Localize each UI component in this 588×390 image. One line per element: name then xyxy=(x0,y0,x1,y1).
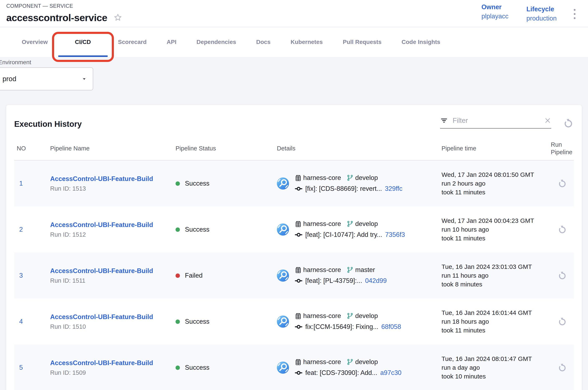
run-number-link[interactable]: 3 xyxy=(14,272,50,279)
run-number-link[interactable]: 2 xyxy=(14,226,50,233)
pipeline-name-link[interactable]: AccessControl-UBI-Feature-Build xyxy=(50,267,153,275)
col-run-pipeline: Run Pipeline xyxy=(551,141,574,156)
harness-ci-module-icon xyxy=(277,269,289,282)
environment-selected-value: prod xyxy=(2,75,16,83)
time-took: took 11 minutes xyxy=(441,234,551,243)
pipeline-time: Wed, 17 Jan 2024 08:01:50 GMT run 2 hour… xyxy=(441,170,551,197)
execution-history-title: Execution History xyxy=(14,120,82,129)
branch-name: master xyxy=(355,266,375,274)
tab-docs[interactable]: Docs xyxy=(246,27,280,57)
col-details: Details xyxy=(277,145,441,152)
pipeline-name-link[interactable]: AccessControl-UBI-Feature-Build xyxy=(50,313,153,321)
more-options-kebab-icon[interactable] xyxy=(570,7,579,21)
git-branch-icon xyxy=(347,266,353,273)
time-ago: run 18 hours ago xyxy=(441,317,551,326)
pipeline-time: Wed, 17 Jan 2024 00:04:23 GMT run 10 hou… xyxy=(441,216,551,243)
tab-pull-requests[interactable]: Pull Requests xyxy=(333,27,392,57)
owner-label: Owner xyxy=(481,3,509,11)
git-commit-icon xyxy=(294,323,303,331)
time-ago: run 10 hours ago xyxy=(441,225,551,234)
page-title: accesscontrol-service xyxy=(6,12,107,23)
run-number-link[interactable]: 4 xyxy=(14,318,50,325)
time-ago: run a day ago xyxy=(441,363,551,372)
pipeline-name-link[interactable]: AccessControl-UBI-Feature-Build xyxy=(50,175,153,183)
commit-message: [fix]: [CDS-88669]: revert... xyxy=(305,185,382,193)
col-pipeline-status: Pipeline Status xyxy=(176,145,277,152)
execution-history-card: Execution History NO Pipeline xyxy=(6,105,582,390)
tab-overview[interactable]: Overview xyxy=(12,27,58,57)
commit-message: feat: [CDS-73090]: Add... xyxy=(305,369,377,377)
commit-sha-link[interactable]: a97c30 xyxy=(380,369,402,377)
chevron-down-icon xyxy=(81,76,87,82)
run-id: Run ID: 1511 xyxy=(50,277,176,284)
run-pipeline-icon[interactable] xyxy=(557,317,567,326)
branch-name: develop xyxy=(355,220,378,228)
owner-link[interactable]: plplayacc xyxy=(481,12,509,20)
pipeline-time: Tue, 16 Jan 2024 23:01:03 GMT run 11 hou… xyxy=(441,262,551,289)
table-row: 2 AccessControl-UBI-Feature-Build Run ID… xyxy=(14,206,574,252)
time-took: took 10 minutes xyxy=(441,372,551,381)
filter-input[interactable] xyxy=(452,116,540,125)
environment-select[interactable]: prod xyxy=(0,67,93,90)
status-dot xyxy=(176,366,180,370)
harness-ci-module-icon xyxy=(277,362,289,374)
tab-kubernetes[interactable]: Kubernetes xyxy=(281,27,333,57)
commit-sha-link[interactable]: 68f058 xyxy=(381,323,401,331)
refresh-history-icon[interactable] xyxy=(563,118,574,129)
branch-name: develop xyxy=(355,358,378,366)
commit-sha-link[interactable]: 042d99 xyxy=(365,277,387,285)
repository-icon xyxy=(294,266,302,274)
filter-clear-icon[interactable] xyxy=(544,117,551,124)
status-text: Success xyxy=(185,318,209,325)
repository-icon xyxy=(294,174,302,182)
status-text: Success xyxy=(185,180,209,187)
run-number-link[interactable]: 1 xyxy=(14,180,50,187)
git-branch-icon xyxy=(347,174,353,181)
tab-cicd[interactable]: CI/CD xyxy=(58,27,108,57)
time-date: Tue, 16 Jan 2024 08:01:47 GMT xyxy=(441,354,551,363)
git-branch-icon xyxy=(347,220,353,227)
repository-icon xyxy=(294,220,302,228)
active-tab-underline xyxy=(58,55,108,57)
table-row: 3 AccessControl-UBI-Feature-Build Run ID… xyxy=(14,252,574,298)
col-pipeline-time: Pipeline time xyxy=(441,145,551,152)
run-pipeline-icon[interactable] xyxy=(557,179,567,188)
pipeline-name-link[interactable]: AccessControl-UBI-Feature-Build xyxy=(50,221,153,229)
status-text: Success xyxy=(185,226,209,233)
time-took: took 11 minutes xyxy=(441,326,551,335)
lifecycle-value: production xyxy=(526,15,557,22)
run-id: Run ID: 1510 xyxy=(50,323,176,330)
environment-label: Environment xyxy=(0,59,588,66)
time-took: took 8 minutes xyxy=(441,280,551,289)
commit-sha-link[interactable]: 329ffc xyxy=(385,185,402,193)
branch-name: develop xyxy=(355,312,378,320)
run-pipeline-icon[interactable] xyxy=(557,225,567,234)
git-branch-icon xyxy=(347,312,353,320)
col-pipeline-name: Pipeline Name xyxy=(50,145,176,152)
git-branch-icon xyxy=(347,358,353,366)
repo-name: harness-core xyxy=(303,312,341,320)
run-id: Run ID: 1512 xyxy=(50,231,176,238)
favorite-star-icon[interactable] xyxy=(113,13,123,23)
table-header-row: NO Pipeline Name Pipeline Status Details… xyxy=(14,136,574,160)
run-number-link[interactable]: 5 xyxy=(14,364,50,371)
pipeline-time: Tue, 16 Jan 2024 16:01:44 GMT run 18 hou… xyxy=(441,308,551,335)
git-commit-icon xyxy=(294,185,303,193)
repository-icon xyxy=(294,312,302,320)
harness-ci-module-icon xyxy=(277,223,289,236)
commit-sha-link[interactable]: 7356f3 xyxy=(385,231,405,239)
time-ago: run 11 hours ago xyxy=(441,271,551,280)
status-dot xyxy=(176,273,180,278)
time-date: Wed, 17 Jan 2024 08:01:50 GMT xyxy=(441,170,551,179)
tab-dependencies[interactable]: Dependencies xyxy=(186,27,246,57)
pipeline-time: Tue, 16 Jan 2024 08:01:47 GMT run a day … xyxy=(441,354,551,381)
tab-scorecard[interactable]: Scorecard xyxy=(108,27,157,57)
pipeline-name-link[interactable]: AccessControl-UBI-Feature-Build xyxy=(50,359,153,367)
run-pipeline-icon[interactable] xyxy=(557,271,567,280)
run-pipeline-icon[interactable] xyxy=(557,363,567,372)
commit-message: [feat]: [PL-43759]:... xyxy=(305,277,362,285)
tab-code-insights[interactable]: Code Insights xyxy=(392,27,450,57)
commit-message: [feat]: [CI-10747]: Add try... xyxy=(305,231,382,239)
tab-api[interactable]: API xyxy=(157,27,187,57)
filter-icon xyxy=(440,117,448,125)
